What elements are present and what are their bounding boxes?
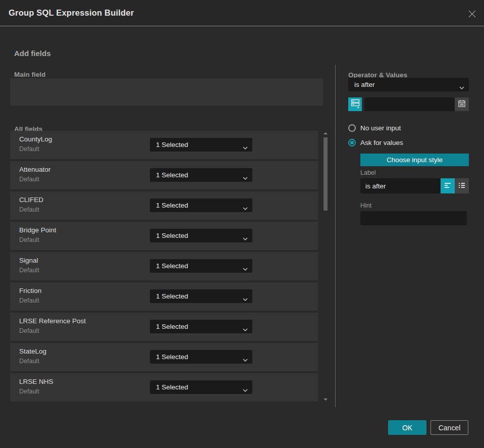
field-values-select[interactable]: 1 Selected [150, 320, 252, 333]
field-values-select-value: 1 Selected [156, 141, 188, 148]
text-input-style-button[interactable] [441, 178, 455, 193]
close-icon[interactable] [466, 8, 478, 20]
input-type-button[interactable] [348, 97, 362, 111]
field-subtitle: Default [19, 145, 39, 153]
field-values-select[interactable]: 1 Selected [150, 289, 252, 303]
field-subtitle: Default [19, 388, 39, 395]
chevron-down-icon [243, 325, 248, 333]
ask-for-values-label: Ask for values [360, 139, 403, 146]
chevron-down-icon [243, 386, 248, 393]
cancel-button[interactable]: Cancel [431, 420, 468, 435]
field-subtitle: Default [19, 358, 39, 365]
field-name: LRSE Reference Post [19, 317, 86, 325]
date-picker-button[interactable] [455, 97, 469, 111]
field-subtitle: Default [19, 206, 39, 213]
radio-selected-icon [348, 139, 356, 146]
bullet-list-icon [458, 181, 466, 191]
all-fields-scrollbar[interactable] [323, 131, 328, 402]
field-name: LRSE NHS [19, 378, 53, 385]
hint-label: Hint [360, 202, 371, 209]
add-fields-heading: Add fields [14, 49, 51, 58]
field-name: Signal [19, 257, 38, 264]
field-values-select[interactable]: 1 Selected [150, 168, 252, 182]
field-row: LRSE NHS Default 1 Selected [10, 373, 318, 402]
field-row: Bridge Point Default 1 Selected [10, 222, 318, 250]
field-subtitle: Default [19, 297, 39, 304]
chevron-down-icon [243, 295, 248, 303]
dialog-title: Group SQL Expression Builder [9, 0, 134, 26]
field-values-select-value: 1 Selected [156, 353, 188, 361]
chevron-down-icon [243, 204, 248, 212]
label-label: Label [360, 169, 376, 176]
no-user-input-radio[interactable]: No user input [348, 124, 401, 132]
field-values-select[interactable]: 1 Selected [150, 380, 252, 394]
field-row: CountyLog Default 1 Selected [10, 131, 318, 159]
field-values-select[interactable]: 1 Selected [150, 259, 252, 273]
chevron-down-icon [243, 234, 248, 242]
panel-divider [335, 65, 336, 407]
radio-icon [348, 124, 356, 132]
field-values-select-value: 1 Selected [156, 232, 188, 239]
field-subtitle: Default [19, 267, 39, 274]
label-input[interactable] [360, 178, 441, 193]
field-name: StateLog [19, 347, 46, 355]
chevron-down-icon [243, 265, 248, 272]
field-name: Friction [19, 287, 41, 294]
field-values-select-value: 1 Selected [156, 323, 188, 330]
field-values-select-value: 1 Selected [156, 202, 188, 209]
field-values-select-value: 1 Selected [156, 292, 188, 300]
field-values-select-value: 1 Selected [156, 262, 188, 270]
chevron-down-icon [243, 356, 248, 363]
field-name: Bridge Point [19, 226, 57, 234]
field-row: LRSE Reference Post Default 1 Selected [10, 313, 318, 341]
no-user-input-label: No user input [360, 124, 401, 132]
field-name: CLIFED [19, 196, 43, 204]
field-row: Signal Default 1 Selected [10, 252, 318, 280]
scroll-up-arrow-icon[interactable] [324, 132, 328, 134]
calendar-icon [458, 99, 466, 109]
ok-button[interactable]: OK [388, 420, 426, 435]
field-values-select[interactable]: 1 Selected [150, 138, 252, 152]
field-subtitle: Default [19, 236, 39, 243]
field-name: CountyLog [19, 135, 52, 143]
field-row: CLIFED Default 1 Selected [10, 191, 318, 220]
field-values-select[interactable]: 1 Selected [150, 350, 252, 364]
operator-select-value: is after [354, 81, 375, 88]
field-values-select-value: 1 Selected [156, 171, 188, 179]
hint-input[interactable] [360, 211, 467, 225]
field-name: Attenuator [19, 166, 50, 173]
field-subtitle: Default [19, 327, 39, 334]
choose-input-style-button[interactable]: Choose input style [360, 154, 469, 166]
field-subtitle: Default [19, 176, 39, 183]
field-row: Attenuator Default 1 Selected [10, 161, 318, 189]
main-field-panel: CountyLog | Default To Date [10, 78, 323, 106]
chevron-down-icon [459, 83, 464, 91]
list-input-style-button[interactable] [455, 178, 469, 193]
scrollbar-thumb[interactable] [324, 137, 328, 211]
chevron-down-icon [243, 143, 248, 151]
field-row: StateLog Default 1 Selected [10, 343, 318, 371]
chevron-down-icon [243, 174, 248, 181]
field-values-select[interactable]: 1 Selected [150, 229, 252, 242]
input-type-icon [351, 98, 360, 110]
field-values-select-value: 1 Selected [156, 383, 188, 391]
operator-select[interactable]: is after [348, 78, 469, 91]
scroll-down-arrow-icon[interactable] [324, 399, 328, 401]
dialog-titlebar: Group SQL Expression Builder [0, 0, 484, 26]
ask-for-values-radio[interactable]: Ask for values [348, 138, 403, 146]
value-input[interactable] [364, 97, 455, 111]
field-row: Friction Default 1 Selected [10, 282, 318, 311]
field-values-select[interactable]: 1 Selected [150, 198, 252, 212]
main-field-heading: Main field [14, 71, 45, 78]
all-fields-list: CountyLog Default 1 Selected Attenuator … [10, 131, 318, 404]
align-left-icon [444, 181, 452, 191]
